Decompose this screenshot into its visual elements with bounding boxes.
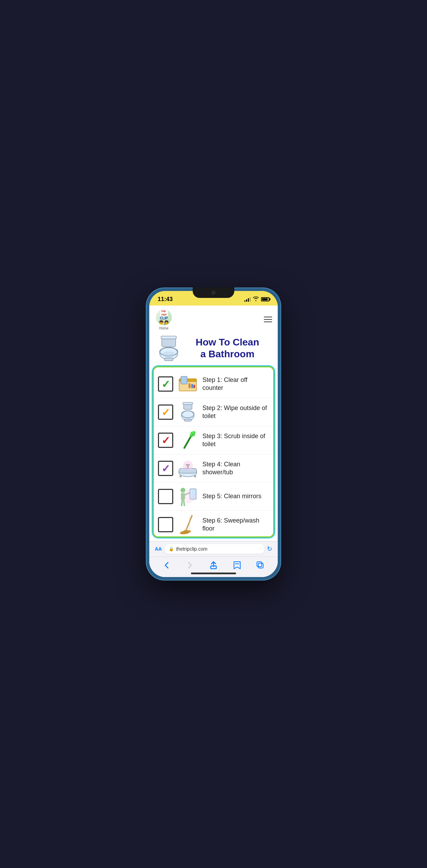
step-label-2: Step 2: Wipe outside of toilet bbox=[202, 404, 269, 420]
step-icon-2 bbox=[177, 402, 198, 423]
logo-image: THETRIP CLIP 👦👧 bbox=[155, 308, 173, 326]
svg-rect-11 bbox=[193, 385, 195, 388]
status-icons bbox=[244, 297, 269, 302]
svg-rect-8 bbox=[181, 376, 187, 384]
step-icon-3 bbox=[177, 430, 198, 451]
svg-point-39 bbox=[181, 490, 195, 503]
step-icon-5 bbox=[177, 486, 198, 507]
checkmark-purple-icon: ✓ bbox=[161, 462, 170, 475]
svg-rect-67 bbox=[257, 562, 262, 567]
phone-frame: 11:43 bbox=[146, 287, 281, 581]
reload-button[interactable]: ↻ bbox=[267, 545, 272, 553]
front-camera bbox=[211, 291, 216, 295]
step-item[interactable]: ✓ Step 1: C bbox=[154, 370, 273, 398]
svg-point-25 bbox=[182, 468, 183, 470]
logo-clip-text: CLIP bbox=[160, 316, 168, 320]
page-content: THETRIP CLIP 👦👧 Home bbox=[149, 306, 278, 577]
svg-rect-66 bbox=[258, 563, 263, 568]
bookmarks-button[interactable] bbox=[232, 560, 242, 570]
step-icon-4 bbox=[177, 458, 198, 479]
step-label-4: Step 4: Clean shower/tub bbox=[202, 460, 269, 477]
signal-bars-icon bbox=[244, 297, 251, 302]
hamburger-line-2 bbox=[264, 319, 272, 320]
svg-rect-31 bbox=[194, 475, 196, 477]
checkbox-4[interactable]: ✓ bbox=[158, 461, 173, 476]
checklist-container[interactable]: ✓ Step 1: C bbox=[153, 366, 274, 537]
checkmark-green-icon: ✓ bbox=[161, 378, 170, 390]
step-item[interactable]: ✓ Step 2: Wipe outside of toilet bbox=[154, 398, 273, 426]
browser-bar: AA 🔒 thetripclip.com ↻ bbox=[149, 541, 278, 557]
svg-rect-10 bbox=[191, 384, 193, 388]
phone-screen: 11:43 bbox=[149, 291, 278, 577]
font-size-control[interactable]: AA bbox=[155, 546, 162, 552]
step-icon-1 bbox=[177, 374, 198, 394]
step-item[interactable]: Step 6: Sweep/wash floor bbox=[154, 511, 273, 537]
title-line-2: a Bathroom bbox=[200, 349, 254, 359]
home-label: Home bbox=[159, 326, 169, 330]
step-label-5: Step 5: Clean mirrors bbox=[202, 492, 269, 500]
logo-faces: 👦👧 bbox=[159, 320, 169, 325]
svg-rect-16 bbox=[184, 419, 191, 421]
checkmark-red-icon: ✓ bbox=[161, 434, 170, 446]
checkbox-3[interactable]: ✓ bbox=[158, 433, 173, 448]
svg-rect-28 bbox=[186, 464, 190, 466]
forward-button[interactable] bbox=[185, 560, 195, 570]
step-item[interactable]: ✓ bbox=[154, 454, 273, 483]
svg-rect-1 bbox=[161, 336, 176, 339]
nav-bar: THETRIP CLIP 👦👧 Home bbox=[149, 306, 278, 333]
checkbox-5[interactable] bbox=[158, 489, 173, 504]
page-title: How To Clean a Bathroom bbox=[183, 336, 272, 360]
step-icon-6 bbox=[177, 514, 198, 535]
svg-point-5 bbox=[162, 351, 175, 358]
share-button[interactable] bbox=[209, 560, 218, 570]
wifi-icon bbox=[253, 297, 259, 302]
svg-rect-4 bbox=[165, 358, 173, 361]
logo-area[interactable]: THETRIP CLIP 👦👧 Home bbox=[155, 308, 173, 330]
url-bar[interactable]: 🔒 thetripclip.com bbox=[165, 544, 264, 554]
title-line-1: How To Clean bbox=[195, 337, 259, 348]
battery-icon bbox=[261, 297, 269, 301]
tabs-button[interactable] bbox=[256, 560, 265, 570]
url-text: thetripclip.com bbox=[176, 546, 207, 552]
page-title-section: How To Clean a Bathroom bbox=[149, 333, 278, 366]
phone-notch bbox=[193, 287, 234, 298]
step-label-6: Step 6: Sweep/wash floor bbox=[202, 517, 269, 533]
svg-rect-29 bbox=[187, 466, 189, 468]
lock-icon: 🔒 bbox=[169, 546, 174, 551]
checkmark-orange-icon: ✓ bbox=[161, 406, 170, 418]
svg-rect-30 bbox=[179, 475, 182, 477]
hamburger-line-3 bbox=[264, 322, 272, 322]
step-label-3: Step 3: Scrub inside of toilet bbox=[202, 432, 269, 449]
svg-rect-9 bbox=[189, 383, 191, 388]
toilet-header-image bbox=[155, 334, 183, 362]
checkbox-6[interactable] bbox=[158, 517, 173, 532]
step-label-1: Step 1: Clear off counter bbox=[202, 376, 269, 392]
home-indicator bbox=[191, 573, 236, 574]
checkbox-1[interactable]: ✓ bbox=[158, 376, 173, 392]
logo-the-trip: THETRIP bbox=[160, 310, 168, 316]
status-time: 11:43 bbox=[158, 296, 173, 303]
hamburger-line-1 bbox=[264, 317, 272, 317]
back-button[interactable] bbox=[162, 560, 171, 570]
svg-line-37 bbox=[182, 500, 182, 506]
svg-rect-13 bbox=[183, 402, 193, 404]
svg-rect-64 bbox=[211, 566, 216, 569]
step-item[interactable]: ✓ Step 3: S bbox=[154, 426, 273, 454]
step-item[interactable]: Step 5: Clean mirrors bbox=[154, 483, 273, 511]
checkbox-2[interactable]: ✓ bbox=[158, 404, 173, 420]
hamburger-menu[interactable] bbox=[264, 317, 272, 322]
